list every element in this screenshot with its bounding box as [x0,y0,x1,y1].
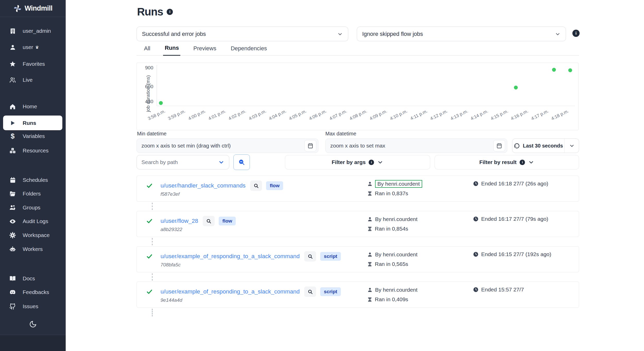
discord-icon [9,289,16,296]
run-path-link[interactable]: u/user/example_of_responding_to_a_slack_… [160,253,300,260]
search-by-path-select[interactable]: Search by path [137,155,229,169]
search-icon [308,289,313,295]
sidebar-item-label: Audit Logs [23,218,48,224]
timeline-connector [152,309,152,316]
run-ended: Ended 16:17 27/7 (79s ago) [481,216,548,222]
chart-x-tick: 4:04 p.m. [268,108,287,121]
run-by[interactable]: By henri.courdent [375,251,418,258]
user-group-icon [9,204,16,211]
info-icon[interactable]: i [167,9,173,15]
tab-all[interactable]: All [142,45,152,55]
hourglass-icon [367,297,372,302]
calendar-button[interactable] [493,140,505,151]
info-icon: i [369,160,374,165]
chart-data-point[interactable] [552,68,556,72]
play-icon [9,120,16,126]
search-icon [308,254,313,259]
chart-y-axis-label: job duration (ms) [145,68,151,119]
clock-icon [473,181,479,186]
run-row[interactable]: u/user/handler_slack_commands flow f587e… [137,176,579,202]
run-ended: Ended 16:15 27/7 (192s ago) [481,251,551,257]
run-path-link[interactable]: u/user/example_of_responding_to_a_slack_… [160,288,300,295]
min-datetime-input[interactable]: zoom x axis to set min (drag with ctrl) [137,138,318,153]
chart-x-tick: 4:17 p.m. [530,108,549,121]
max-datetime-label: Max datetime [325,131,356,137]
run-duration: Ran in 0,854s [375,226,408,232]
max-datetime-input[interactable]: zoom x axis to set max [325,138,507,153]
sidebar-item-workspace[interactable]: Workspace [0,228,66,242]
sidebar-item-live[interactable]: Live [0,73,66,87]
chart-data-point[interactable] [514,86,518,89]
chart-x-tick: 4:16 p.m. [510,108,529,121]
windmill-logo[interactable]: Windmill [0,0,66,17]
success-check-icon [146,288,153,295]
search-run-button[interactable] [203,216,215,226]
run-row[interactable]: u/user/flow_28 flow a8b29322 By henri.co… [137,211,579,237]
chart-x-axis [157,106,575,106]
run-duration: Ran in 0,565s [375,261,408,267]
person-icon [367,287,372,292]
search-run-button[interactable] [304,287,316,297]
sidebar-item-docs[interactable]: Docs [0,272,66,285]
building-icon [9,28,16,34]
person-icon [367,181,372,186]
job-duration-chart[interactable]: job duration (ms) 9006004303:58 p.m.3:59… [137,63,579,130]
tab-runs[interactable]: Runs [163,45,180,56]
skip-filter-value: Ignore skipped flow jobs [362,31,423,37]
sidebar-item-audit-logs[interactable]: Audit Logs [0,214,66,228]
sidebar-item-folders[interactable]: Folders [0,187,66,201]
time-range-chevron[interactable] [564,139,579,153]
run-row[interactable]: u/user/example_of_responding_to_a_slack_… [137,282,579,308]
run-path-link[interactable]: u/user/flow_28 [160,218,198,224]
info-icon[interactable]: i [572,30,580,37]
chart-x-tick: 4:08 p.m. [349,108,368,121]
filter-by-result-button[interactable]: Filter by result i [435,155,579,169]
sidebar-item-label: Workspace [23,232,50,238]
sidebar-item-home[interactable]: Home [0,100,66,113]
sidebar-item-user-admin[interactable]: user_admin [0,24,66,38]
run-by[interactable]: By henri.courdent [375,287,418,293]
search-run-button[interactable] [304,251,316,262]
search-run-button[interactable] [250,181,262,191]
sidebar-item-favorites[interactable]: Favorites [0,57,66,71]
sidebar-item-user[interactable]: user ♛ [0,40,66,54]
success-check-icon [146,218,153,224]
sidebar-item-label: Variables [23,133,45,139]
tab-dependencies[interactable]: Dependencies [229,45,269,55]
sidebar-item-resources[interactable]: Resources [0,144,66,158]
sidebar-item-feedbacks[interactable]: Feedbacks [0,285,66,299]
filter-by-args-button[interactable]: Filter by args i [285,155,430,169]
tab-previews[interactable]: Previews [192,45,218,55]
users-icon [9,77,16,83]
sidebar-item-label: Resources [23,148,48,154]
max-datetime-placeholder: zoom x axis to set max [330,143,385,149]
sidebar-item-runs[interactable]: Runs [3,116,62,130]
sidebar-item-issues[interactable]: Issues [0,299,66,313]
run-by[interactable]: By henri.courdent [375,180,422,188]
job-kind-badge: flow [219,217,236,225]
chevron-down-icon [555,31,561,37]
sidebar-item-workers[interactable]: Workers [0,242,66,256]
theme-toggle-button[interactable] [28,319,38,329]
sidebar-item-label: user_admin [23,28,51,34]
zoom-out-search-button[interactable] [233,154,250,170]
calendar-button[interactable] [304,140,316,151]
time-range-button[interactable]: Last 30 seconds [512,138,579,153]
status-filter-select[interactable]: Successful and error jobs [137,27,348,41]
chart-y-axis [157,65,157,106]
sidebar-item-groups[interactable]: Groups [0,201,66,215]
skip-filter-select[interactable]: Ignore skipped flow jobs [357,27,566,41]
person-icon [367,217,372,222]
chart-y-tick: 430 [141,99,153,104]
chart-x-tick: 4:06 p.m. [308,108,328,121]
chart-x-tick: 4:14 p.m. [470,108,489,121]
run-row[interactable]: u/user/example_of_responding_to_a_slack_… [137,246,579,272]
sidebar-item-schedules[interactable]: Schedules [0,173,66,187]
run-by[interactable]: By henri.courdent [375,216,418,222]
chart-data-point[interactable] [568,68,572,72]
timeline-connector [152,273,152,281]
run-path-link[interactable]: u/user/handler_slack_commands [160,182,245,189]
status-filter-value: Successful and error jobs [142,31,206,37]
sidebar-item-variables[interactable]: $ Variables [0,129,66,143]
chart-data-point[interactable] [159,101,163,105]
